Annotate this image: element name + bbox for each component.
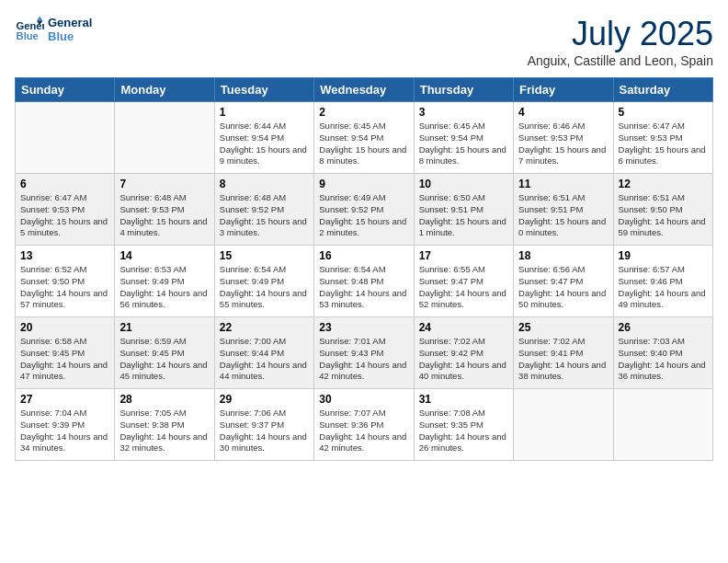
day-number: 15 <box>220 249 309 262</box>
calendar-day-cell <box>115 102 214 174</box>
calendar-day-cell: 30Sunrise: 7:07 AM Sunset: 9:36 PM Dayli… <box>314 389 414 461</box>
day-info: Sunrise: 6:49 AM Sunset: 9:52 PM Dayligh… <box>319 192 408 239</box>
day-number: 4 <box>518 106 608 119</box>
calendar-day-cell: 26Sunrise: 7:03 AM Sunset: 9:40 PM Dayli… <box>613 317 712 389</box>
calendar-week-row: 1Sunrise: 6:44 AM Sunset: 9:54 PM Daylig… <box>16 102 713 174</box>
calendar-day-cell: 29Sunrise: 7:06 AM Sunset: 9:37 PM Dayli… <box>214 389 313 461</box>
day-number: 12 <box>619 178 708 190</box>
day-info: Sunrise: 7:03 AM Sunset: 9:40 PM Dayligh… <box>619 336 708 383</box>
day-info: Sunrise: 7:08 AM Sunset: 9:35 PM Dayligh… <box>419 408 508 454</box>
day-number: 22 <box>220 321 309 334</box>
day-info: Sunrise: 6:52 AM Sunset: 9:50 PM Dayligh… <box>20 264 109 311</box>
logo-icon: General Blue <box>15 15 44 44</box>
day-number: 17 <box>419 249 508 262</box>
day-info: Sunrise: 7:02 AM Sunset: 9:41 PM Dayligh… <box>518 336 608 383</box>
calendar-day-cell: 5Sunrise: 6:47 AM Sunset: 9:53 PM Daylig… <box>613 102 712 174</box>
day-info: Sunrise: 6:51 AM Sunset: 9:50 PM Dayligh… <box>619 192 708 239</box>
calendar-day-cell: 8Sunrise: 6:48 AM Sunset: 9:52 PM Daylig… <box>214 174 313 246</box>
calendar-day-cell: 27Sunrise: 7:04 AM Sunset: 9:39 PM Dayli… <box>16 389 115 461</box>
calendar-day-cell: 28Sunrise: 7:05 AM Sunset: 9:38 PM Dayli… <box>115 389 214 461</box>
weekday-header: Thursday <box>414 78 513 102</box>
day-number: 29 <box>220 393 309 406</box>
day-number: 13 <box>20 249 109 262</box>
day-info: Sunrise: 6:44 AM Sunset: 9:54 PM Dayligh… <box>220 121 309 167</box>
calendar-day-cell: 25Sunrise: 7:02 AM Sunset: 9:41 PM Dayli… <box>514 317 613 389</box>
calendar-day-cell: 9Sunrise: 6:49 AM Sunset: 9:52 PM Daylig… <box>314 174 414 246</box>
day-number: 8 <box>220 178 309 190</box>
day-info: Sunrise: 6:56 AM Sunset: 9:47 PM Dayligh… <box>518 264 608 311</box>
day-number: 9 <box>319 178 408 190</box>
day-number: 30 <box>319 393 408 406</box>
calendar-day-cell: 11Sunrise: 6:51 AM Sunset: 9:51 PM Dayli… <box>514 174 613 246</box>
day-info: Sunrise: 6:48 AM Sunset: 9:52 PM Dayligh… <box>220 192 309 239</box>
day-info: Sunrise: 6:54 AM Sunset: 9:48 PM Dayligh… <box>319 264 408 311</box>
day-number: 23 <box>319 321 408 334</box>
day-number: 18 <box>518 249 608 262</box>
day-number: 26 <box>619 321 708 334</box>
calendar-week-row: 20Sunrise: 6:58 AM Sunset: 9:45 PM Dayli… <box>16 317 713 389</box>
calendar-day-cell: 17Sunrise: 6:55 AM Sunset: 9:47 PM Dayli… <box>414 246 513 317</box>
svg-marker-2 <box>37 17 42 21</box>
day-info: Sunrise: 6:58 AM Sunset: 9:45 PM Dayligh… <box>20 336 109 383</box>
calendar-day-cell: 16Sunrise: 6:54 AM Sunset: 9:48 PM Dayli… <box>314 246 414 317</box>
day-info: Sunrise: 7:01 AM Sunset: 9:43 PM Dayligh… <box>319 336 408 383</box>
day-number: 28 <box>119 393 209 406</box>
day-number: 14 <box>119 249 209 262</box>
logo: General Blue General Blue <box>15 15 92 44</box>
calendar-day-cell: 22Sunrise: 7:00 AM Sunset: 9:44 PM Dayli… <box>214 317 313 389</box>
calendar-day-cell: 2Sunrise: 6:45 AM Sunset: 9:54 PM Daylig… <box>314 102 414 174</box>
calendar-table: SundayMondayTuesdayWednesdayThursdayFrid… <box>15 77 713 461</box>
day-number: 2 <box>319 106 408 119</box>
day-info: Sunrise: 7:07 AM Sunset: 9:36 PM Dayligh… <box>319 408 408 454</box>
day-number: 5 <box>619 106 708 119</box>
calendar-week-row: 27Sunrise: 7:04 AM Sunset: 9:39 PM Dayli… <box>16 389 713 461</box>
calendar-day-cell <box>514 389 613 461</box>
weekday-header: Tuesday <box>214 78 313 102</box>
calendar-day-cell: 4Sunrise: 6:46 AM Sunset: 9:53 PM Daylig… <box>514 102 613 174</box>
calendar-page: General Blue General Blue July 2025 Angu… <box>0 0 728 563</box>
day-number: 31 <box>419 393 508 406</box>
day-number: 1 <box>220 106 309 119</box>
day-info: Sunrise: 6:50 AM Sunset: 9:51 PM Dayligh… <box>419 192 508 239</box>
day-info: Sunrise: 6:47 AM Sunset: 9:53 PM Dayligh… <box>20 192 109 239</box>
logo-line2: Blue <box>48 29 92 43</box>
day-number: 24 <box>419 321 508 334</box>
day-info: Sunrise: 7:06 AM Sunset: 9:37 PM Dayligh… <box>220 408 309 454</box>
day-info: Sunrise: 6:47 AM Sunset: 9:53 PM Dayligh… <box>619 121 708 167</box>
day-number: 6 <box>20 178 109 190</box>
weekday-header: Friday <box>514 78 613 102</box>
main-title: July 2025 <box>528 15 713 53</box>
calendar-day-cell: 10Sunrise: 6:50 AM Sunset: 9:51 PM Dayli… <box>414 174 513 246</box>
weekday-header: Sunday <box>16 78 115 102</box>
day-info: Sunrise: 6:53 AM Sunset: 9:49 PM Dayligh… <box>119 264 209 311</box>
calendar-week-row: 6Sunrise: 6:47 AM Sunset: 9:53 PM Daylig… <box>16 174 713 246</box>
day-number: 10 <box>419 178 508 190</box>
day-info: Sunrise: 6:48 AM Sunset: 9:53 PM Dayligh… <box>119 192 209 239</box>
calendar-day-cell: 23Sunrise: 7:01 AM Sunset: 9:43 PM Dayli… <box>314 317 414 389</box>
calendar-week-row: 13Sunrise: 6:52 AM Sunset: 9:50 PM Dayli… <box>16 246 713 317</box>
weekday-header: Saturday <box>613 78 712 102</box>
calendar-day-cell: 24Sunrise: 7:02 AM Sunset: 9:42 PM Dayli… <box>414 317 513 389</box>
day-info: Sunrise: 6:51 AM Sunset: 9:51 PM Dayligh… <box>518 192 608 239</box>
title-block: July 2025 Anguix, Castille and Leon, Spa… <box>528 15 713 68</box>
calendar-day-cell: 21Sunrise: 6:59 AM Sunset: 9:45 PM Dayli… <box>115 317 214 389</box>
calendar-day-cell: 7Sunrise: 6:48 AM Sunset: 9:53 PM Daylig… <box>115 174 214 246</box>
day-info: Sunrise: 7:02 AM Sunset: 9:42 PM Dayligh… <box>419 336 508 383</box>
calendar-day-cell: 19Sunrise: 6:57 AM Sunset: 9:46 PM Dayli… <box>613 246 712 317</box>
day-number: 20 <box>20 321 109 334</box>
calendar-day-cell: 1Sunrise: 6:44 AM Sunset: 9:54 PM Daylig… <box>214 102 313 174</box>
calendar-day-cell: 20Sunrise: 6:58 AM Sunset: 9:45 PM Dayli… <box>16 317 115 389</box>
logo-line1: General <box>48 16 92 29</box>
day-info: Sunrise: 6:57 AM Sunset: 9:46 PM Dayligh… <box>619 264 708 311</box>
weekday-header: Wednesday <box>314 78 414 102</box>
day-number: 11 <box>518 178 608 190</box>
calendar-header-row: SundayMondayTuesdayWednesdayThursdayFrid… <box>16 78 713 102</box>
svg-text:Blue: Blue <box>17 30 39 41</box>
calendar-day-cell: 12Sunrise: 6:51 AM Sunset: 9:50 PM Dayli… <box>613 174 712 246</box>
calendar-day-cell: 13Sunrise: 6:52 AM Sunset: 9:50 PM Dayli… <box>16 246 115 317</box>
day-info: Sunrise: 7:05 AM Sunset: 9:38 PM Dayligh… <box>119 408 209 454</box>
day-number: 7 <box>119 178 209 190</box>
day-info: Sunrise: 7:04 AM Sunset: 9:39 PM Dayligh… <box>20 408 109 454</box>
weekday-header: Monday <box>115 78 214 102</box>
day-info: Sunrise: 6:55 AM Sunset: 9:47 PM Dayligh… <box>419 264 508 311</box>
